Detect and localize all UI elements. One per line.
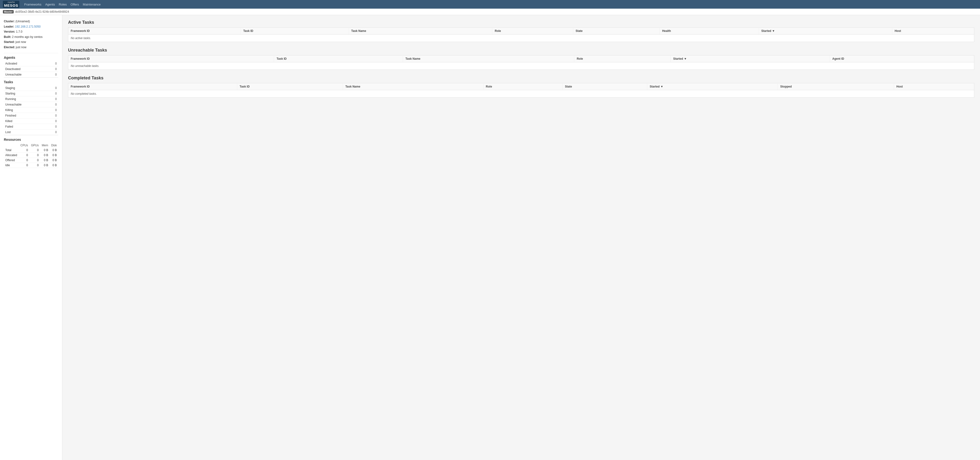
- resource-cell: 0: [19, 158, 29, 163]
- task-count: 0: [55, 92, 57, 95]
- sidebar-task-row[interactable]: Killing0: [4, 107, 58, 113]
- nav-maintenance[interactable]: Maintenance: [83, 3, 101, 6]
- col-header: Started ▼: [647, 83, 778, 90]
- logo-box: Apache MESOS: [3, 1, 19, 8]
- task-count: 0: [55, 86, 57, 90]
- resource-cell: 0: [19, 153, 29, 158]
- started-label: Started:: [4, 40, 14, 44]
- agent-label: Deactivated: [5, 67, 21, 71]
- unreachable-tasks-table: Framework IDTask IDTask NameRoleStarted …: [68, 55, 974, 70]
- agents-list: Activated0Deactivated0Unreachable0: [4, 61, 58, 77]
- task-label: Killing: [5, 109, 13, 112]
- active-tasks-table: Framework IDTask IDTask NameRoleStateHea…: [68, 27, 974, 42]
- resource-cell: 0: [29, 158, 40, 163]
- agent-count: 0: [55, 67, 57, 71]
- nav-agents[interactable]: Agents: [45, 3, 55, 6]
- col-header: Started ▼: [671, 55, 830, 62]
- leader-label: Leader:: [4, 25, 14, 28]
- resource-col-header: GPUs: [29, 143, 40, 148]
- col-header: Started ▼: [759, 27, 892, 35]
- agents-section-title: Agents: [4, 53, 58, 59]
- completed-tasks-table: Framework IDTask IDTask NameRoleStateSta…: [68, 83, 974, 97]
- nav-roles[interactable]: Roles: [59, 3, 67, 6]
- col-header: Role: [483, 83, 562, 90]
- sidebar-task-row[interactable]: Finished0: [4, 113, 58, 118]
- master-bar: Master dc0f3ce2-38d5-4e21-924b-b804e4848…: [0, 9, 980, 15]
- sidebar-task-row[interactable]: Running0: [4, 96, 58, 102]
- task-count: 0: [55, 131, 57, 134]
- mesos-label: MESOS: [4, 3, 18, 8]
- task-count: 0: [55, 114, 57, 117]
- leader-row: Leader: 192.168.2.171:5050: [4, 24, 58, 29]
- sidebar-agent-row[interactable]: Deactivated0: [4, 66, 58, 72]
- resource-row: Idle000 B0 B: [4, 163, 58, 168]
- built-label: Built:: [4, 35, 11, 38]
- nav-offers[interactable]: Offers: [70, 3, 79, 6]
- resource-cell: 0 B: [49, 158, 58, 163]
- resource-cell: Idle: [4, 163, 19, 168]
- leader-value[interactable]: 192.168.2.171:5050: [15, 25, 41, 28]
- completed-tasks-heading: Completed Tasks: [68, 75, 974, 81]
- sidebar-agent-row[interactable]: Activated0: [4, 61, 58, 66]
- task-label: Staging: [5, 86, 15, 90]
- resource-col-header: [4, 143, 19, 148]
- resource-col-header: Disk: [49, 143, 58, 148]
- cluster-value: (Unnamed): [16, 20, 30, 23]
- sidebar-agent-row[interactable]: Unreachable0: [4, 72, 58, 77]
- col-header: Task ID: [241, 27, 349, 35]
- col-header: State: [562, 83, 647, 90]
- resource-cell: 0: [29, 148, 40, 153]
- resources-table: CPUsGPUsMemDiskTotal000 B0 BAllocated000…: [4, 143, 58, 168]
- cluster-info: Cluster: (Unnamed) Leader: 192.168.2.171…: [4, 19, 58, 50]
- resources-section-title: Resources: [4, 135, 58, 142]
- elected-value: just now: [16, 46, 26, 49]
- cluster-row: Cluster: (Unnamed): [4, 19, 58, 24]
- col-header: Task Name: [403, 55, 574, 62]
- elected-label: Elected:: [4, 46, 15, 49]
- col-header: Role: [574, 55, 671, 62]
- empty-message: No completed tasks.: [68, 90, 974, 97]
- sidebar-task-row[interactable]: Killed0: [4, 118, 58, 124]
- empty-message: No unreachable tasks.: [68, 62, 974, 70]
- resource-cell: 0 B: [40, 163, 49, 168]
- col-header: Host: [894, 83, 974, 90]
- resource-cell: 0: [29, 163, 40, 168]
- sidebar-task-row[interactable]: Staging0: [4, 85, 58, 91]
- resource-cell: 0 B: [40, 153, 49, 158]
- version-value: 1.7.0: [16, 30, 22, 34]
- col-header: Task ID: [274, 55, 403, 62]
- task-count: 0: [55, 125, 57, 128]
- resource-row: Offered000 B0 B: [4, 158, 58, 163]
- active-tasks-heading: Active Tasks: [68, 20, 974, 25]
- sidebar-task-row[interactable]: Lost0: [4, 129, 58, 135]
- agent-count: 0: [55, 62, 57, 65]
- cluster-label: Cluster:: [4, 20, 14, 23]
- main-content: Active Tasks Framework IDTask IDTask Nam…: [62, 15, 980, 460]
- master-badge: Master: [3, 10, 14, 13]
- resource-cell: Offered: [4, 158, 19, 163]
- resource-cell: 0 B: [49, 148, 58, 153]
- sidebar-task-row[interactable]: Failed0: [4, 124, 58, 129]
- agent-label: Activated: [5, 62, 17, 65]
- built-value: 2 months ago by centos: [12, 35, 42, 38]
- resource-cell: 0: [29, 153, 40, 158]
- task-label: Unreachable: [5, 103, 22, 106]
- task-count: 0: [55, 120, 57, 123]
- nav-frameworks[interactable]: Frameworks: [24, 3, 41, 6]
- resource-cell: 0 B: [49, 163, 58, 168]
- col-header: Framework ID: [68, 55, 274, 62]
- sidebar-task-row[interactable]: Unreachable0: [4, 102, 58, 107]
- resource-cell: 0 B: [40, 158, 49, 163]
- version-row: Version: 1.7.0: [4, 29, 58, 35]
- resource-cell: Allocated: [4, 153, 19, 158]
- task-label: Failed: [5, 125, 13, 128]
- col-header: State: [573, 27, 660, 35]
- col-header: Task Name: [348, 27, 492, 35]
- sidebar-task-row[interactable]: Starting0: [4, 91, 58, 96]
- unreachable-tasks-heading: Unreachable Tasks: [68, 48, 974, 53]
- resource-cell: 0: [19, 148, 29, 153]
- task-label: Lost: [5, 131, 11, 134]
- agent-label: Unreachable: [5, 73, 22, 76]
- task-count: 0: [55, 103, 57, 106]
- empty-row: No completed tasks.: [68, 90, 974, 97]
